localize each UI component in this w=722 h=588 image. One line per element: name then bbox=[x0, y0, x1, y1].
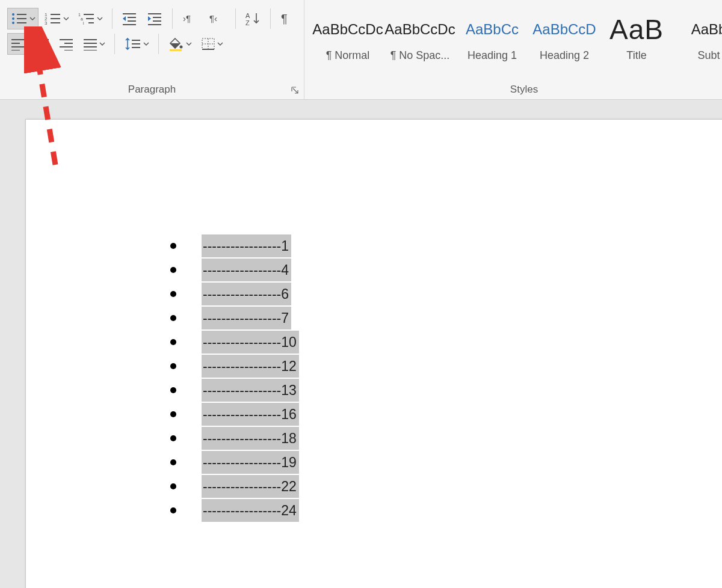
style-item[interactable]: AaBbCcHeading 1 bbox=[457, 6, 527, 66]
line-number: 22 bbox=[281, 475, 297, 498]
svg-rect-35 bbox=[35, 39, 49, 40]
svg-rect-47 bbox=[132, 40, 140, 41]
list-item[interactable]: -----------------7 bbox=[170, 306, 299, 330]
sort-button[interactable]: A Z bbox=[241, 8, 264, 29]
selected-text[interactable]: -----------------19 bbox=[202, 451, 299, 474]
line-number: 1 bbox=[281, 234, 289, 257]
leader-dashes: ----------------- bbox=[203, 283, 281, 305]
bullet-icon bbox=[170, 315, 176, 321]
style-item[interactable]: AaBbSubt bbox=[674, 6, 722, 66]
selected-text[interactable]: -----------------18 bbox=[202, 427, 299, 450]
list-item[interactable]: -----------------13 bbox=[170, 378, 299, 402]
leader-dashes: ----------------- bbox=[203, 499, 281, 522]
rtl-direction-button[interactable]: ¶‹ bbox=[205, 8, 229, 29]
line-spacing-button[interactable] bbox=[121, 33, 152, 55]
svg-rect-36 bbox=[38, 43, 46, 44]
svg-rect-38 bbox=[38, 50, 46, 51]
list-item[interactable]: -----------------16 bbox=[170, 402, 299, 426]
svg-point-50 bbox=[180, 46, 183, 49]
shading-button[interactable] bbox=[165, 33, 195, 55]
align-center-button[interactable] bbox=[31, 33, 53, 55]
paragraph-row-2 bbox=[7, 31, 297, 57]
list-item[interactable]: -----------------4 bbox=[170, 258, 299, 282]
chevron-down-icon bbox=[143, 37, 149, 51]
bullet-icon bbox=[170, 267, 176, 273]
svg-rect-44 bbox=[84, 43, 97, 44]
svg-point-4 bbox=[12, 22, 14, 24]
selected-text[interactable]: -----------------16 bbox=[202, 403, 299, 426]
svg-rect-41 bbox=[60, 46, 73, 47]
document-page[interactable]: -----------------1-----------------4----… bbox=[25, 119, 722, 588]
selected-text[interactable]: -----------------22 bbox=[202, 475, 299, 498]
selected-text[interactable]: -----------------4 bbox=[202, 259, 291, 281]
list-item[interactable]: -----------------6 bbox=[170, 282, 299, 306]
style-gallery: AaBbCcDc¶ NormalAaBbCcDc¶ No Spac...AaBb… bbox=[313, 6, 722, 71]
style-preview: AaBbCcD bbox=[532, 13, 596, 46]
chevron-down-icon bbox=[217, 37, 223, 51]
svg-text:¶: ¶ bbox=[281, 12, 288, 25]
selected-text[interactable]: -----------------7 bbox=[202, 307, 291, 329]
chevron-down-icon bbox=[63, 11, 69, 26]
svg-text:i: i bbox=[83, 21, 84, 25]
selected-text[interactable]: -----------------13 bbox=[202, 379, 299, 402]
show-hide-marks-button[interactable]: ¶ bbox=[276, 8, 297, 29]
svg-rect-15 bbox=[86, 18, 94, 19]
svg-rect-37 bbox=[35, 46, 49, 47]
style-name: ¶ No Spac... bbox=[390, 49, 450, 62]
bullets-button[interactable] bbox=[7, 8, 39, 29]
svg-rect-31 bbox=[11, 39, 25, 40]
line-number: 4 bbox=[281, 259, 289, 281]
selected-text[interactable]: -----------------6 bbox=[202, 283, 291, 305]
style-item[interactable]: AaBbCcDHeading 2 bbox=[529, 6, 599, 66]
align-right-button[interactable] bbox=[55, 33, 77, 55]
list-item[interactable]: -----------------12 bbox=[170, 354, 299, 378]
paragraph-dialog-launcher[interactable] bbox=[289, 85, 300, 96]
bullet-icon bbox=[170, 291, 176, 297]
list-item[interactable]: -----------------10 bbox=[170, 330, 299, 354]
svg-text:3: 3 bbox=[45, 20, 48, 26]
bullet-icon bbox=[170, 507, 176, 513]
styles-group-label: Styles bbox=[304, 84, 722, 96]
svg-point-2 bbox=[12, 17, 14, 20]
separator bbox=[114, 34, 115, 54]
style-name: Subt bbox=[697, 49, 720, 62]
list-item[interactable]: -----------------19 bbox=[170, 450, 299, 474]
selected-text[interactable]: -----------------1 bbox=[202, 234, 291, 257]
svg-rect-23 bbox=[153, 17, 161, 18]
leader-dashes: ----------------- bbox=[203, 259, 281, 281]
selected-text[interactable]: -----------------10 bbox=[202, 331, 299, 354]
line-number: 7 bbox=[281, 307, 289, 329]
line-number: 12 bbox=[281, 355, 297, 378]
numbering-button[interactable]: 1 2 3 bbox=[41, 8, 72, 29]
align-left-button[interactable] bbox=[7, 33, 29, 55]
svg-rect-39 bbox=[60, 39, 73, 40]
svg-text:A: A bbox=[245, 12, 250, 19]
selected-text[interactable]: -----------------12 bbox=[202, 355, 299, 378]
leader-dashes: ----------------- bbox=[203, 234, 281, 257]
leader-dashes: ----------------- bbox=[203, 427, 281, 450]
align-justify-button[interactable] bbox=[79, 33, 108, 55]
line-number: 13 bbox=[281, 379, 297, 402]
ltr-direction-button[interactable]: ›¶ bbox=[179, 8, 203, 29]
selected-text[interactable]: -----------------24 bbox=[202, 499, 299, 522]
borders-button[interactable] bbox=[197, 33, 226, 55]
svg-rect-17 bbox=[88, 22, 94, 23]
decrease-indent-button[interactable] bbox=[118, 8, 141, 29]
style-item[interactable]: AaBbCcDc¶ No Spac... bbox=[385, 6, 455, 66]
style-preview: AaBbCcDc bbox=[312, 13, 383, 46]
bullet-icon bbox=[170, 483, 176, 489]
svg-rect-45 bbox=[84, 46, 97, 47]
style-item[interactable]: AaBbCcDc¶ Normal bbox=[313, 6, 383, 66]
increase-indent-button[interactable] bbox=[143, 8, 166, 29]
list-item[interactable]: -----------------24 bbox=[170, 498, 299, 522]
multilevel-list-button[interactable]: 1 a i bbox=[75, 8, 106, 29]
svg-rect-7 bbox=[51, 14, 60, 15]
list-item[interactable]: -----------------22 bbox=[170, 474, 299, 498]
list-item[interactable]: -----------------18 bbox=[170, 426, 299, 450]
paragraph-group: 1 2 3 1 a i bbox=[0, 0, 304, 99]
list-item[interactable]: -----------------1 bbox=[170, 234, 299, 258]
document-content[interactable]: -----------------1-----------------4----… bbox=[170, 234, 299, 522]
svg-rect-5 bbox=[17, 22, 26, 23]
style-item[interactable]: AaBTitle bbox=[602, 6, 671, 66]
style-name: Title bbox=[626, 49, 646, 62]
